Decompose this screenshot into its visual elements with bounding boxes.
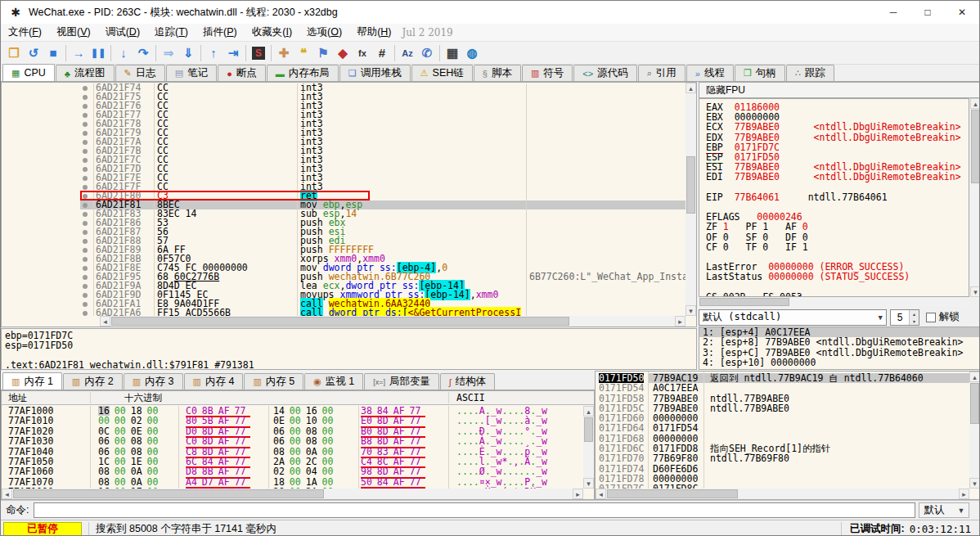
scroll-left-icon[interactable]: ◂ [100,316,110,327]
memory-vscrollbar[interactable]: ▴ ▾ [583,406,594,489]
registers-hscrollbar[interactable] [699,297,969,307]
scroll-thumb[interactable] [699,298,789,306]
spinner-up-icon[interactable]: ▴ [910,310,919,318]
stack-row[interactable]: 0171FD7800000000 [596,474,969,484]
unlock-checkbox[interactable] [926,313,936,322]
tab-SEH链[interactable]: ⚠SEH链 [411,65,473,81]
run-to-user-code-icon[interactable]: ⇥ [223,43,243,63]
stack-vscrollbar[interactable]: ▴ ▾ [969,372,980,489]
tab-调用堆栈[interactable]: ❏调用堆栈 [339,65,411,81]
menu-item[interactable]: 调试(D) [98,24,147,41]
scroll-thumb[interactable] [111,317,569,326]
memory-dump-pane[interactable]: 地址 十六进制 ASCII 77AF100016001800C08BAF7714… [1,390,595,500]
scroll-down-icon[interactable]: ▾ [583,478,594,489]
registers-vscrollbar[interactable]: ▴ ▾ [970,98,980,297]
breakpoint-dot-icon[interactable] [83,239,88,244]
menu-item[interactable]: 收藏夹(I) [245,24,299,41]
arguments-list[interactable]: 1: [esp+4] A0C17EEA2: [esp+8] 77B9ABE0 <… [699,327,980,370]
step-into-icon[interactable]: ↓ [114,43,133,63]
argument-row[interactable]: 4: [esp+10] 00000000 [699,358,980,367]
pause-icon[interactable]: ❚❚ [88,43,108,63]
stack-row[interactable]: 0171FD54A0C17EEA [596,383,969,393]
breakpoint-dot-icon[interactable] [83,158,88,163]
scroll-right-icon[interactable]: ▸ [675,316,686,327]
breakpoint-dot-icon[interactable] [83,167,88,172]
scroll-right-icon[interactable]: ▸ [959,489,969,499]
tab-句柄[interactable]: ❒句柄 [735,65,785,81]
breakpoint-dot-icon[interactable] [83,266,88,271]
tab-笔记[interactable]: ▤笔记 [166,65,217,81]
restart-icon[interactable]: ↺ [24,43,43,63]
tab-断点[interactable]: ●断点 [218,65,266,81]
breakpoint-dot-icon[interactable] [83,248,88,253]
stack-pane[interactable]: 0171FD5077B9AC19返回到 ntdll.77B9AC19 自 ntd… [595,371,980,500]
memory-tab-内存 1[interactable]: ▥内存 1 [2,372,62,390]
memory-tab-局部变量[interactable]: [x=]局部变量 [364,373,439,390]
stack-row[interactable]: 0171FD5C77B9ABE0ntdll.77B9ABE0 [596,403,969,413]
stack-hscrollbar[interactable]: ◂ ▸ [596,489,969,499]
stack-row[interactable]: 0171FD640171FD54 [596,423,969,433]
scroll-down-icon[interactable]: ▾ [969,478,980,489]
breakpoint-dot-icon[interactable] [83,275,88,280]
breakpoint-dot-icon[interactable] [83,176,88,181]
breakpoint-dot-icon[interactable] [83,230,88,235]
memory-hscrollbar[interactable]: ◂ ▸ [2,489,583,499]
breakpoint-dot-icon[interactable] [83,311,88,316]
scroll-up-icon[interactable]: ▴ [969,372,980,382]
bookmarks-icon[interactable]: ◆ [333,43,353,63]
breakpoint-dot-icon[interactable] [83,113,88,118]
scroll-up-icon[interactable]: ▴ [686,83,696,93]
execute-till-return-icon[interactable]: ↑ [204,43,223,63]
minimize-icon[interactable]: ─ [876,1,910,24]
tab-日志[interactable]: ✎日志 [115,65,165,81]
tab-源代码[interactable]: <>源代码 [573,65,636,81]
tab-流程图[interactable]: ♣流程图 [56,65,115,81]
open-file-icon[interactable]: ❐ [4,43,24,63]
memory-tab-内存 3[interactable]: ▥内存 3 [124,373,183,390]
calling-convention-select[interactable]: 默认 (stdcall) ▼ [699,309,887,326]
scroll-down-icon[interactable]: ▾ [686,305,696,316]
tab-内存布局[interactable]: ▬内存布局 [267,65,339,81]
scroll-right-icon[interactable]: ▸ [573,489,583,499]
tab-CPU[interactable]: ▦CPU [2,64,55,81]
run-icon[interactable]: → [69,43,88,63]
tab-脚本[interactable]: §脚本 [474,65,521,81]
scroll-up-icon[interactable]: ▴ [970,98,980,109]
scroll-thumb[interactable] [13,489,324,498]
memory-tab-内存 5[interactable]: ▥内存 5 [244,373,303,390]
register-line[interactable]: EIP 77B64061 ntdll.77B64061 [706,192,969,202]
globe-icon[interactable]: ◍ [462,43,482,63]
breakpoint-dot-icon[interactable] [83,203,88,208]
scroll-thumb[interactable] [970,383,979,424]
functions-icon[interactable]: fx [353,43,372,63]
menu-item[interactable]: 选项(O) [299,24,349,41]
menu-item[interactable]: 文件(F) [1,24,49,41]
menu-item[interactable]: 帮助(H) [349,24,398,41]
step-out-icon[interactable]: ⇓ [178,43,198,63]
breakpoint-dot-icon[interactable] [83,149,88,154]
disasm-row[interactable]: 6AD21FA6FF15 ACD5566Bcall dword ptr ds:[… [2,309,686,316]
register-line[interactable]: CF 0 TF 0 IF 1 [706,242,969,252]
scroll-left-icon[interactable]: ◂ [2,489,12,499]
memory-tab-监视 1[interactable]: ◉监视 1 [304,373,363,390]
stack-row[interactable]: 0171FD7077B69F80ntdll.77B69F80 [596,453,969,463]
snowman-icon[interactable]: # [372,43,392,63]
scroll-thumb[interactable] [686,156,695,214]
mnemonic-help-icon[interactable]: ✆ [417,43,437,63]
breakpoint-dot-icon[interactable] [83,284,88,289]
breakpoint-dot-icon[interactable] [83,302,88,307]
disassembly-pane[interactable]: 6AD21F74CCint36AD21F75CCint36AD21F76CCin… [1,82,697,327]
breakpoint-dot-icon[interactable] [83,293,88,298]
register-line[interactable]: EDI 77B9ABE0 <ntdll.DbgUiRemoteBreakin> [706,172,969,182]
calculator-icon[interactable]: ▦ [443,43,462,63]
memory-tab-结构体[interactable]: ʃ结构体 [440,373,495,390]
breakpoint-dot-icon[interactable] [83,140,88,145]
stop-icon[interactable]: ■ [43,43,63,63]
comments-icon[interactable]: ❝ [294,43,313,63]
memory-tab-内存 2[interactable]: ▥内存 2 [63,373,123,390]
tab-跟踪[interactable]: ∴跟踪 [786,65,834,81]
disasm-hscrollbar[interactable]: ◂ ▸ [100,316,686,327]
menu-item[interactable]: 插件(P) [196,24,245,41]
menu-item[interactable]: 追踪(T) [147,24,196,41]
stack-row[interactable]: 0171FD74D60FE6D6 [596,464,969,474]
